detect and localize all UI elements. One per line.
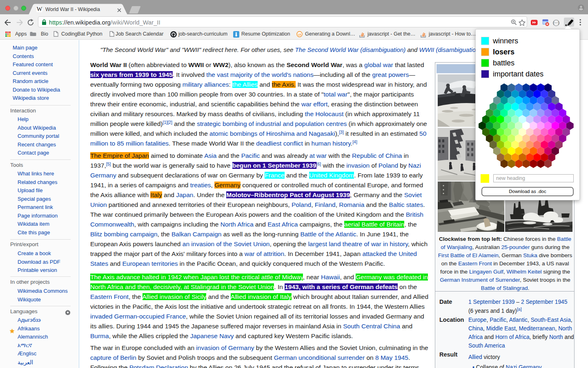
svg-text:{···}: {···} (553, 20, 559, 25)
svg-text:UI: UI (298, 33, 301, 36)
